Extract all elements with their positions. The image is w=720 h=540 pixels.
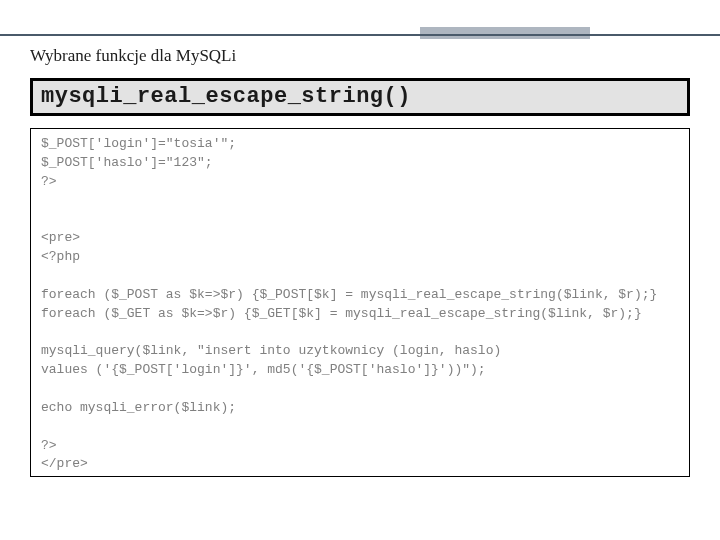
header-rule — [0, 34, 720, 36]
code-body: $_POST['login']="tosia'"; $_POST['haslo'… — [41, 135, 679, 474]
header-accent-bar — [420, 27, 590, 39]
function-name-text: mysqli_real_escape_string() — [41, 84, 411, 109]
function-name-box: mysqli_real_escape_string() — [30, 78, 690, 116]
code-box: $_POST['login']="tosia'"; $_POST['haslo'… — [30, 128, 690, 477]
page-content: Wybrane funkcje dla MySQLi mysqli_real_e… — [30, 46, 690, 477]
page-title: Wybrane funkcje dla MySQLi — [30, 46, 690, 66]
